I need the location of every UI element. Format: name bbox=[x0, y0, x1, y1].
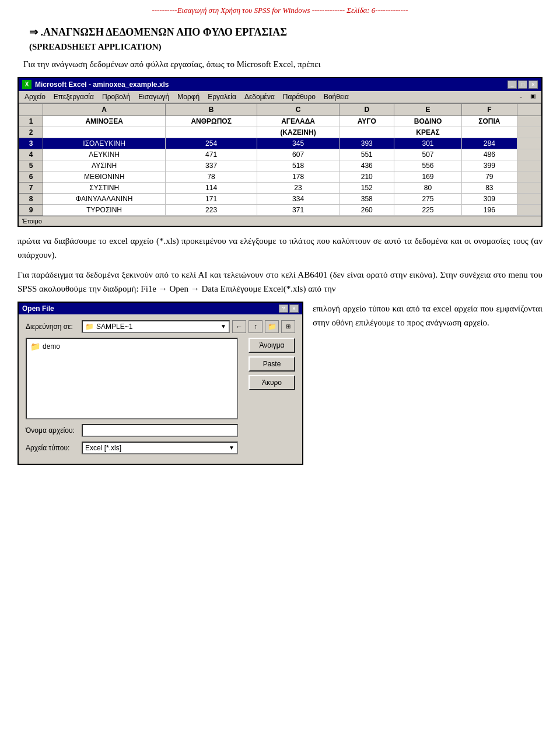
open-button[interactable]: Άνοιγμα bbox=[249, 338, 295, 353]
col-header-f: F bbox=[461, 103, 517, 115]
cell-b2 bbox=[166, 127, 257, 138]
dialog-body: Διερεύνηση σε: 📁 SAMPLE~1 ▼ ← ↑ 📁 ⊞ bbox=[19, 314, 302, 464]
table-row: 9 ΤΥΡΟΣΙΝΗ 223 371 260 225 196 bbox=[19, 204, 541, 215]
cell-scroll-3 bbox=[517, 138, 541, 149]
menu-restore[interactable]: ▣ bbox=[527, 92, 539, 101]
cell-b8: 171 bbox=[166, 193, 257, 204]
table-row: 1 ΑΜΙΝΟΞΕΑ ΑΝΘΡΩΠΟΣ ΑΓΕΛΑΔΑ ΑΥΓΟ ΒΟΔΙΝΟ … bbox=[19, 115, 541, 127]
row-num-3: 3 bbox=[19, 138, 43, 149]
cell-f6: 79 bbox=[461, 171, 517, 182]
cell-b5: 337 bbox=[166, 160, 257, 171]
cell-scroll-6 bbox=[517, 171, 541, 182]
file-type-row: Αρχεία τύπου: Excel [*.xls] ▼ bbox=[26, 442, 238, 454]
cell-d4: 551 bbox=[340, 149, 394, 160]
cell-d7: 152 bbox=[340, 182, 394, 193]
excel-window-controls[interactable]: _ □ × bbox=[508, 80, 538, 89]
menu-format[interactable]: Μορφή bbox=[174, 92, 203, 101]
excel-menubar: Αρχείο Επεξεργασία Προβολή Εισαγωγή Μορφ… bbox=[19, 91, 541, 103]
menu-help[interactable]: Βοήθεια bbox=[320, 92, 352, 101]
col-header-d: D bbox=[340, 103, 394, 115]
dialog-title-controls[interactable]: ? × bbox=[279, 304, 299, 313]
col-header-a: A bbox=[43, 103, 166, 115]
cell-d1: ΑΥΓΟ bbox=[340, 115, 394, 127]
nav-new-folder-button[interactable]: 📁 bbox=[265, 320, 279, 333]
right-side-text: επιλογή αρχείο τύπου και από τα excel αρ… bbox=[313, 302, 542, 331]
cell-b6: 78 bbox=[166, 171, 257, 182]
row-num-4: 4 bbox=[19, 149, 43, 160]
file-name-input[interactable] bbox=[82, 424, 238, 437]
dialog-action-buttons: Άνοιγμα Paste Άκυρο bbox=[249, 338, 295, 459]
cell-f5: 399 bbox=[461, 160, 517, 171]
dialog-help-button[interactable]: ? bbox=[279, 304, 288, 313]
excel-app-icon: X bbox=[22, 80, 32, 89]
menu-minimize[interactable]: - bbox=[516, 92, 526, 101]
menu-edit[interactable]: Επεξεργασία bbox=[50, 92, 97, 101]
folder-display[interactable]: 📁 SAMPLE~1 ▼ bbox=[82, 320, 230, 333]
cell-f9: 196 bbox=[461, 204, 517, 215]
look-in-label: Διερεύνηση σε: bbox=[26, 323, 78, 331]
cancel-button[interactable]: Άκυρο bbox=[249, 375, 295, 390]
file-list-area[interactable]: 📁 demo bbox=[26, 338, 238, 419]
cell-d8: 358 bbox=[340, 193, 394, 204]
cell-d5: 436 bbox=[340, 160, 394, 171]
file-type-dropdown-arrow: ▼ bbox=[229, 444, 235, 451]
cell-e7: 80 bbox=[394, 182, 461, 193]
cell-d3: 393 bbox=[340, 138, 394, 149]
table-row: 6 ΜΕΘΙΟΝΙΝΗ 78 178 210 169 79 bbox=[19, 171, 541, 182]
menu-tools[interactable]: Εργαλεία bbox=[204, 92, 240, 101]
cell-a9: ΤΥΡΟΣΙΝΗ bbox=[43, 204, 166, 215]
cell-c3: 345 bbox=[257, 138, 339, 149]
cell-scroll-1 bbox=[517, 115, 541, 127]
folder-dropdown-arrow[interactable]: ▼ bbox=[220, 323, 226, 330]
cell-e5: 556 bbox=[394, 160, 461, 171]
file-name-label: Όνομα αρχείου: bbox=[26, 426, 78, 435]
cell-e9: 225 bbox=[394, 204, 461, 215]
minimize-button[interactable]: _ bbox=[508, 80, 517, 89]
dialog-close-button[interactable]: × bbox=[289, 304, 299, 313]
col-header-row bbox=[19, 103, 43, 115]
cell-scroll-7 bbox=[517, 182, 541, 193]
page-header: ----------Εισαγωγή στη Χρήση του SPSS fo… bbox=[18, 6, 542, 15]
open-file-dialog: Open File ? × Διερεύνηση σε: 📁 SAMPLE~1 … bbox=[18, 302, 303, 465]
cell-a2 bbox=[43, 127, 166, 138]
paste-button[interactable]: Paste bbox=[249, 356, 295, 372]
nav-back-button[interactable]: ← bbox=[232, 320, 246, 333]
menu-insert[interactable]: Εισαγωγή bbox=[135, 92, 173, 101]
cell-f2 bbox=[461, 127, 517, 138]
file-name-demo: demo bbox=[43, 342, 60, 351]
file-list-col: 📁 demo Όνομα αρχείου: Αρχεία τύπου: Exce bbox=[26, 338, 238, 459]
excel-spreadsheet: A B C D E F 1 ΑΜΙΝΟΞΕΑ ΑΝΘΡΩΠΟΣ ΑΓΕΛΑΔΑ … bbox=[19, 103, 541, 216]
table-row: 5 ΛΥΣΙΝΗ 337 518 436 556 399 bbox=[19, 160, 541, 171]
col-header-scroll bbox=[517, 103, 541, 115]
menu-data[interactable]: Δεδομένα bbox=[241, 92, 278, 101]
cell-f7: 83 bbox=[461, 182, 517, 193]
row-num-1: 1 bbox=[19, 115, 43, 127]
row-num-8: 8 bbox=[19, 193, 43, 204]
menu-window[interactable]: Παράθυρο bbox=[279, 92, 319, 101]
excel-window: X Microsoft Excel - aminoxea_example.xls… bbox=[18, 77, 542, 227]
folder-name: SAMPLE~1 bbox=[96, 323, 132, 331]
cell-a1: ΑΜΙΝΟΞΕΑ bbox=[43, 115, 166, 127]
file-item-demo[interactable]: 📁 demo bbox=[29, 341, 235, 352]
folder-icon-small: 📁 bbox=[85, 323, 94, 331]
cell-b9: 223 bbox=[166, 204, 257, 215]
file-type-dropdown[interactable]: Excel [*.xls] ▼ bbox=[82, 442, 238, 454]
nav-up-button[interactable]: ↑ bbox=[249, 320, 262, 333]
file-area-row: 📁 demo Όνομα αρχείου: Αρχεία τύπου: Exce bbox=[26, 338, 295, 459]
menu-file[interactable]: Αρχείο bbox=[21, 92, 49, 101]
menu-view[interactable]: Προβολή bbox=[99, 92, 134, 101]
cell-c8: 334 bbox=[257, 193, 339, 204]
cell-scroll-9 bbox=[517, 204, 541, 215]
table-row: 4 ΛΕΥΚΙΝΗ 471 607 551 507 486 bbox=[19, 149, 541, 160]
cell-scroll-4 bbox=[517, 149, 541, 160]
cell-c9: 371 bbox=[257, 204, 339, 215]
cell-a3: ΙΣΟΛΕΥΚΙΝΗ bbox=[43, 138, 166, 149]
cell-f4: 486 bbox=[461, 149, 517, 160]
maximize-button[interactable]: □ bbox=[518, 80, 527, 89]
close-button[interactable]: × bbox=[528, 80, 538, 89]
two-col-layout: Open File ? × Διερεύνηση σε: 📁 SAMPLE~1 … bbox=[18, 302, 542, 465]
cell-c7: 23 bbox=[257, 182, 339, 193]
cell-d2 bbox=[340, 127, 394, 138]
nav-view-button[interactable]: ⊞ bbox=[281, 320, 295, 333]
cell-d6: 210 bbox=[340, 171, 394, 182]
